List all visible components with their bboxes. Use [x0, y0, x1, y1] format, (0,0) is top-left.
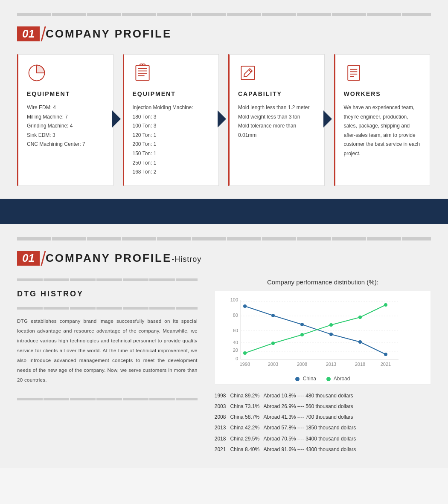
- svg-point-38: [271, 314, 275, 317]
- card-equipment1: EQUIPMENT Wire EDM: 4 Milling Machine: 7…: [17, 54, 113, 186]
- chart-section: Company performance distribution (%): 10…: [215, 278, 431, 455]
- svg-point-39: [300, 323, 304, 326]
- dark-banner1: [0, 199, 448, 224]
- card-capability: CAPABILITY Mold length less than 1.2 met…: [228, 54, 325, 186]
- svg-point-44: [271, 342, 275, 345]
- svg-rect-13: [348, 66, 360, 81]
- svg-marker-12: [323, 110, 332, 127]
- svg-text:1998: 1998: [239, 362, 250, 367]
- svg-point-43: [243, 351, 247, 355]
- svg-text:2003: 2003: [268, 362, 278, 367]
- data-row-1998: 1998 China 89.2% Abroad 10.8% ---- 480 t…: [215, 391, 431, 401]
- data-row-2021: 2021 China 8.40% Abroad 91.6% ---- 4300 …: [215, 444, 431, 455]
- data-row-2013: 2013 China 42.2% Abroad 57.8% ---- 1850 …: [215, 423, 431, 433]
- svg-point-48: [384, 303, 387, 307]
- data-row-2003: 2003 China 73.1% Abroad 26.9% ---- 560 t…: [215, 401, 431, 412]
- dtg-section: DTG HISTROY DTG establishes company bran…: [17, 278, 198, 455]
- svg-point-42: [384, 353, 387, 356]
- svg-marker-9: [218, 110, 226, 127]
- svg-text:2018: 2018: [355, 362, 365, 367]
- svg-text:60: 60: [233, 328, 238, 333]
- svg-rect-10: [241, 66, 254, 79]
- arrow3: [323, 110, 332, 129]
- line-chart: 100 80 60 40 20 0 1998 2003 20: [219, 295, 403, 372]
- svg-line-11: [249, 70, 251, 72]
- chart-container: 100 80 60 40 20 0 1998 2003 20: [215, 291, 431, 385]
- pie-icon: [27, 63, 48, 84]
- data-table: 1998 China 89.2% Abroad 10.8% ---- 480 t…: [215, 391, 431, 455]
- svg-point-40: [329, 333, 333, 336]
- card3-content: Mold length less than 1.2 meter Mold wei…: [238, 103, 316, 140]
- card2-content: Injection Molding Machine: 180 Ton: 3 10…: [133, 103, 210, 177]
- section1-header: 01 COMPANY PROFILE: [17, 26, 431, 41]
- edit-icon: [238, 63, 259, 84]
- data-row-2008: 2008 China 58.7% Abroad 41.3% ---- 700 t…: [215, 412, 431, 423]
- card-equipment2: EQUIPMENT Injection Molding Machine: 180…: [123, 54, 219, 186]
- svg-marker-3: [112, 110, 121, 127]
- svg-text:40: 40: [233, 340, 238, 345]
- cards-row: EQUIPMENT Wire EDM: 4 Milling Machine: 7…: [17, 54, 431, 186]
- section1-title: COMPANY PROFILE: [46, 27, 172, 41]
- svg-point-45: [300, 333, 304, 336]
- chart-title: Company performance distribution (%):: [215, 278, 431, 286]
- card3-title: CAPABILITY: [238, 90, 316, 97]
- data-row-2018: 2018 China 29.5% Abroad 70.5% ---- 3400 …: [215, 434, 431, 444]
- card1-title: EQUIPMENT: [27, 90, 105, 97]
- svg-text:2013: 2013: [326, 362, 336, 367]
- legend-china: China: [295, 376, 316, 382]
- svg-point-37: [243, 304, 247, 308]
- svg-point-47: [358, 316, 362, 319]
- card4-title: WORKERS: [344, 90, 422, 97]
- card4-content: We have an experienced team, they're eng…: [344, 103, 422, 159]
- svg-text:100: 100: [230, 297, 238, 302]
- svg-point-46: [329, 323, 333, 327]
- chart-legend: China Abroad: [219, 376, 426, 382]
- arrow1: [112, 110, 121, 129]
- card1-content: Wire EDM: 4 Milling Machine: 7 Grinding …: [27, 103, 105, 149]
- dtg-text: DTG establishes company brand image succ…: [17, 316, 198, 385]
- svg-text:2008: 2008: [297, 362, 307, 367]
- svg-text:0: 0: [236, 356, 238, 361]
- doc-icon: [344, 63, 365, 84]
- svg-text:20: 20: [233, 348, 238, 353]
- svg-text:80: 80: [233, 313, 238, 318]
- legend-abroad: Abroad: [326, 376, 350, 382]
- svg-text:2021: 2021: [380, 362, 390, 367]
- section2-number: 01: [17, 251, 40, 266]
- svg-point-41: [358, 340, 362, 344]
- section2-header: 01 COMPANY PROFILE-Histroy: [17, 251, 431, 266]
- section1-number: 01: [17, 26, 40, 41]
- list-icon: [133, 63, 154, 84]
- section2-title: COMPANY PROFILE-Histroy: [46, 252, 201, 265]
- arrow2: [218, 110, 226, 129]
- card2-title: EQUIPMENT: [133, 90, 210, 97]
- dtg-title: DTG HISTROY: [17, 290, 198, 298]
- card-workers: WORKERS We have an experienced team, the…: [334, 54, 431, 186]
